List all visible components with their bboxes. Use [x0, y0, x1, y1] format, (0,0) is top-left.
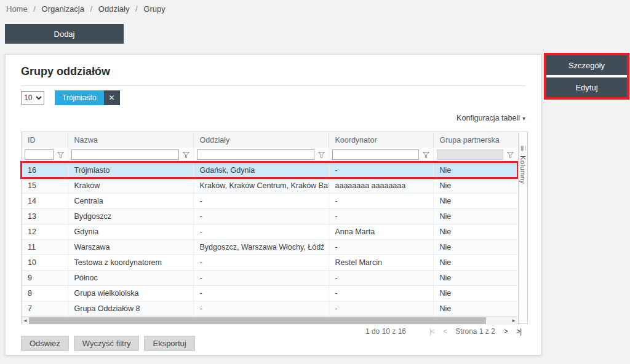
scroll-left-icon[interactable]: ◄ [22, 317, 29, 325]
cell-oddzialy: - [193, 285, 329, 301]
details-button[interactable]: Szczegóły [546, 55, 627, 75]
filter-funnel-icon[interactable] [318, 152, 325, 158]
column-header-id[interactable]: ID [22, 132, 68, 148]
cell-grupa-partnerska: Nie [433, 270, 517, 285]
filter-input-oddzialy[interactable] [197, 149, 314, 160]
footer-buttons: Odśwież Wyczyść filtry Eksportuj [21, 336, 195, 351]
table-row[interactable]: 14 Centrala - - Nie [22, 193, 517, 208]
table-row[interactable]: 7 Grupa Oddziałów 8 - - Nie [22, 301, 517, 316]
cell-koordynator: - [329, 208, 433, 224]
header-row: ID Nazwa Oddziały Koordynator Grupa part… [22, 132, 517, 148]
breadcrumb-organizacja[interactable]: Organizacja [42, 4, 84, 14]
filter-chip-remove-icon[interactable]: ✕ [104, 90, 120, 105]
scroll-right-icon[interactable]: ► [510, 317, 517, 325]
export-button[interactable]: Eksportuj [144, 336, 194, 351]
column-header-koordynator[interactable]: Koordynator [329, 132, 433, 148]
cell-grupa-partnerska: Nie [433, 301, 517, 316]
filter-input-koordynator[interactable] [332, 149, 419, 160]
cell-id: 11 [22, 239, 68, 255]
cell-oddzialy: - [193, 208, 329, 224]
cell-nazwa: Północ [68, 270, 193, 285]
cell-koordynator: - [329, 239, 433, 255]
columns-side-tab[interactable]: Kolumny [518, 132, 528, 324]
cell-oddzialy: - [193, 224, 329, 239]
cell-koordynator: - [329, 193, 433, 208]
breadcrumb-separator: / [90, 4, 93, 14]
next-page-icon[interactable]: > [504, 327, 508, 336]
column-header-grupa-partnerska[interactable]: Grupa partnerska [433, 132, 517, 148]
refresh-button[interactable]: Odśwież [21, 336, 69, 351]
cell-koordynator: Anna Marta [329, 224, 433, 239]
cell-grupa-partnerska: Nie [433, 285, 517, 301]
filter-funnel-icon[interactable] [183, 152, 189, 158]
page-title: Grupy oddziałów [21, 65, 110, 78]
column-header-oddzialy[interactable]: Oddziały [193, 132, 329, 148]
cell-nazwa: Trójmiasto [68, 162, 193, 178]
table-row[interactable]: 10 Testowa z koordynatorem - Restel Marc… [22, 255, 517, 270]
prev-page-icon[interactable]: < [443, 327, 447, 336]
cell-grupa-partnerska: Nie [433, 255, 517, 270]
table-config-dropdown[interactable]: Konfiguracja tabeli▾ [457, 114, 525, 122]
filter-input-nazwa[interactable] [71, 149, 179, 160]
column-header-nazwa[interactable]: Nazwa [68, 132, 193, 148]
table-row[interactable]: 9 Północ - - Nie [22, 270, 517, 285]
groups-table: ID Nazwa Oddziały Koordynator Grupa part… [22, 132, 517, 317]
cell-id: 15 [22, 178, 68, 193]
table-row[interactable]: 8 Grupa wielkoiolska - - Nie [22, 285, 517, 301]
cell-oddzialy: - [193, 301, 329, 316]
table-row[interactable]: 16 Trójmiasto Gdańsk, Gdynia - Nie [22, 162, 517, 178]
table-zone: ID Nazwa Oddziały Koordynator Grupa part… [21, 132, 528, 324]
breadcrumb-home[interactable]: Home [6, 4, 28, 14]
table-row[interactable]: 11 Warszawa Bydgoszcz, Warszawa Włochy, … [22, 239, 517, 255]
page: { "breadcrumb": { "separator": "/", "ite… [0, 0, 630, 364]
cell-koordynator: Restel Marcin [329, 255, 433, 270]
cell-nazwa: Gdynia [68, 224, 193, 239]
breadcrumb-oddzialy[interactable]: Oddziały [98, 4, 130, 14]
cell-id: 14 [22, 193, 68, 208]
grip-icon [521, 146, 525, 151]
cell-oddzialy: Kraków, Kraków Centrum, Kraków Balice [193, 178, 329, 193]
cell-nazwa: Centrala [68, 193, 193, 208]
cell-grupa-partnerska: Nie [433, 224, 517, 239]
cell-nazwa: Bydgoszcz [68, 208, 193, 224]
filter-funnel-icon[interactable] [507, 152, 514, 158]
cell-grupa-partnerska: Nie [433, 162, 517, 178]
cell-koordynator: - [329, 285, 433, 301]
scrollbar-thumb[interactable] [29, 317, 486, 324]
scrollbar-track[interactable] [29, 317, 510, 324]
first-page-icon[interactable]: |< [429, 327, 434, 336]
cell-id: 13 [22, 208, 68, 224]
cell-koordynator: - [329, 270, 433, 285]
cell-id: 8 [22, 285, 68, 301]
filter-input-id[interactable] [25, 149, 54, 160]
cell-nazwa: Warszawa [68, 239, 193, 255]
caret-down-icon: ▾ [522, 115, 525, 122]
cell-nazwa: Kraków [68, 178, 193, 193]
cell-id: 12 [22, 224, 68, 239]
filter-funnel-icon[interactable] [423, 152, 429, 158]
horizontal-scrollbar[interactable]: ◄ ► [22, 317, 517, 325]
breadcrumb-grupy[interactable]: Grupy [143, 4, 165, 14]
breadcrumb: Home / Organizacja / Oddziały / Grupy [6, 4, 165, 14]
pagination-page-label: Strona 1 z 2 [455, 327, 495, 336]
table-row[interactable]: 13 Bydgoszcz - - Nie [22, 208, 517, 224]
cell-id: 16 [22, 162, 68, 178]
table-row[interactable]: 15 Kraków Kraków, Kraków Centrum, Kraków… [22, 178, 517, 193]
filter-funnel-icon[interactable] [57, 152, 64, 158]
cell-nazwa: Grupa Oddziałów 8 [68, 301, 193, 316]
cell-id: 10 [22, 255, 68, 270]
add-button[interactable]: Dodaj [5, 24, 124, 44]
cell-nazwa: Testowa z koordynatorem [68, 255, 193, 270]
edit-button[interactable]: Edytuj [546, 77, 627, 97]
cell-oddzialy: - [193, 270, 329, 285]
cell-grupa-partnerska: Nie [433, 178, 517, 193]
cell-id: 7 [22, 301, 68, 316]
filter-chip-trojmiasto: Trójmiasto ✕ [55, 90, 120, 105]
table-config-label: Konfiguracja tabeli [457, 114, 520, 122]
last-page-icon[interactable]: >| [516, 327, 521, 336]
cell-grupa-partnerska: Nie [433, 208, 517, 224]
table-row[interactable]: 12 Gdynia - Anna Marta Nie [22, 224, 517, 239]
clear-filters-button[interactable]: Wyczyść filtry [74, 336, 140, 351]
record-actions-annotation: Szczegóły Edytuj [544, 53, 629, 100]
page-size-select[interactable]: 10 [21, 91, 44, 105]
